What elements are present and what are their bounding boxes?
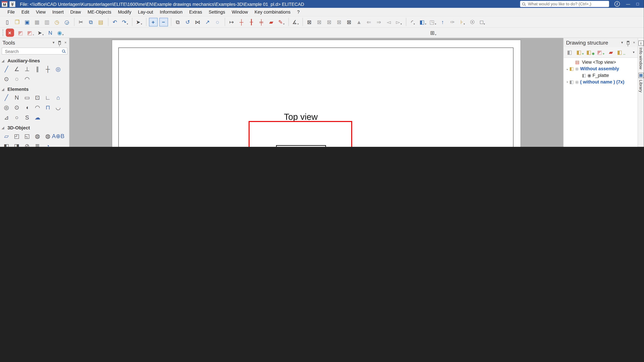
- arc[interactable]: ◠: [32, 103, 42, 112]
- expander-icon[interactable]: ›: [565, 80, 569, 84]
- boolean-op[interactable]: A⊕B: [53, 131, 64, 141]
- aux-angle[interactable]: ∠: [12, 64, 22, 74]
- info-button[interactable]: i: [614, 1, 620, 6]
- panel-menu-icon[interactable]: ▾: [53, 40, 54, 45]
- close-icon[interactable]: ×: [64, 40, 66, 45]
- duplicate[interactable]: ⧉: [173, 17, 183, 26]
- visibility-icon[interactable]: ◉: [575, 66, 579, 71]
- perspective-box[interactable]: ◳▾: [428, 17, 438, 26]
- hatch-gray[interactable]: ⊠: [324, 17, 334, 26]
- minimize-button[interactable]: —: [626, 2, 630, 6]
- print-preview[interactable]: ▥: [42, 17, 52, 26]
- new-file[interactable]: ▯: [2, 17, 12, 26]
- separator[interactable]: [144, 18, 146, 26]
- redline-pen[interactable]: ✎▾: [276, 17, 286, 26]
- tab-library[interactable]: ▤ Library: [638, 73, 644, 92]
- toolbar-grip[interactable]: [2, 29, 4, 36]
- ellipse[interactable]: ○: [12, 112, 22, 122]
- select-region[interactable]: ◌: [213, 17, 222, 26]
- row-f-platte[interactable]: ◧ ◉ F_platte: [564, 72, 638, 78]
- aux-arc-tangent[interactable]: ◠: [22, 74, 32, 84]
- trim-multi[interactable]: ╪: [256, 17, 266, 26]
- bend-3d[interactable]: ◔: [42, 141, 53, 147]
- tab-info-window[interactable]: i Info window: [638, 40, 644, 69]
- pyramid[interactable]: ▲: [354, 17, 364, 26]
- zoom-in[interactable]: +: [149, 17, 158, 26]
- copy[interactable]: ⧉: [86, 17, 96, 26]
- expander-icon[interactable]: ⌄: [565, 66, 569, 71]
- stretch[interactable]: ↗: [203, 17, 213, 26]
- extrude-box-2[interactable]: ◱: [22, 131, 32, 141]
- search-input[interactable]: [527, 1, 607, 6]
- visibility-icon[interactable]: ◉: [575, 79, 579, 84]
- angle-arc[interactable]: ⊿: [1, 112, 12, 122]
- solid-box[interactable]: ◧▾: [418, 17, 428, 26]
- trim-corner[interactable]: ┼: [237, 17, 246, 26]
- pick-marker[interactable]: ◩: [16, 28, 26, 37]
- panel-menu-icon[interactable]: ▾: [621, 40, 623, 45]
- menu-item[interactable]: Settings: [206, 8, 228, 16]
- spline[interactable]: S: [22, 112, 32, 122]
- fillet-arc[interactable]: ◜▾: [408, 17, 418, 26]
- tools-search-input[interactable]: [4, 48, 60, 54]
- aux-line[interactable]: ╱: [1, 64, 12, 74]
- menu-item[interactable]: Insert: [49, 8, 67, 16]
- view-boundary-rect[interactable]: [249, 121, 352, 147]
- circle-tangent[interactable]: ◖: [22, 103, 32, 112]
- aux-circle-line[interactable]: ◌: [12, 74, 22, 84]
- row-without-assembly[interactable]: ⌄ ◧ ◉ Without assembly: [564, 65, 638, 72]
- revolve[interactable]: ◍: [32, 131, 42, 141]
- cut[interactable]: ✂: [76, 17, 86, 26]
- elevation[interactable]: ↑: [438, 17, 448, 26]
- menu-item[interactable]: Key combinations: [251, 8, 294, 16]
- trim-line[interactable]: ╂: [246, 17, 256, 26]
- move-3d[interactable]: ≣: [32, 141, 42, 147]
- menu-item[interactable]: Information: [156, 8, 186, 16]
- rotate-3d[interactable]: ⊘: [22, 141, 32, 147]
- section-header[interactable]: ◢Auxiliary-lines: [0, 57, 69, 64]
- visibility-icon[interactable]: ◉: [587, 72, 591, 78]
- menu-item[interactable]: View: [32, 8, 49, 16]
- menu-item[interactable]: Lay-out: [135, 8, 156, 16]
- zoom-out[interactable]: −: [159, 17, 168, 26]
- circle-double[interactable]: ◎: [1, 103, 12, 112]
- view-next[interactable]: ▻▾: [394, 17, 404, 26]
- menu-item[interactable]: File: [4, 8, 18, 16]
- polyline[interactable]: Ν: [12, 92, 22, 102]
- view-previous[interactable]: ◅: [384, 17, 394, 26]
- erase-partial[interactable]: ▰: [266, 17, 276, 26]
- top-view-drawing[interactable]: Top view: [232, 109, 364, 147]
- hatch-x[interactable]: ⊠: [344, 17, 354, 26]
- material-brush[interactable]: ✑: [448, 17, 458, 26]
- rectangle[interactable]: ▭: [22, 92, 32, 102]
- light[interactable]: ☉: [468, 17, 478, 26]
- section-header[interactable]: ◢3D-Object: [0, 123, 69, 131]
- aux-parallel[interactable]: ∥: [32, 64, 42, 74]
- aux-perpendicular[interactable]: ⊥: [22, 64, 32, 74]
- separator[interactable]: [169, 18, 172, 26]
- snap-mode[interactable]: ◉▾: [56, 28, 66, 37]
- close-icon[interactable]: ×: [633, 40, 635, 45]
- contour[interactable]: ∟: [42, 92, 53, 102]
- camera[interactable]: □▾: [478, 17, 487, 26]
- row-view-top-view[interactable]: ▤ View <Top view>: [564, 59, 638, 65]
- line[interactable]: ╱: [1, 92, 12, 102]
- add-group[interactable]: ◧+: [575, 48, 585, 57]
- rotate[interactable]: ↺: [183, 17, 193, 26]
- aux-circle-double[interactable]: ◎: [53, 64, 64, 74]
- maximize-button[interactable]: □: [636, 2, 639, 6]
- print[interactable]: ▦: [32, 17, 42, 26]
- cursor-mode[interactable]: ➤▾: [36, 28, 46, 37]
- menu-item[interactable]: Extras: [186, 8, 205, 16]
- section-header[interactable]: ◢Elements: [0, 85, 69, 92]
- pin-icon[interactable]: [627, 41, 629, 44]
- polygon[interactable]: ⌂: [53, 92, 64, 102]
- extrude-box[interactable]: ◰: [12, 131, 22, 141]
- menu-item[interactable]: Edit: [18, 8, 32, 16]
- row-without-name[interactable]: › ◧ ◉ ( without name ) (7x): [564, 79, 638, 85]
- move-point[interactable]: ↦: [227, 17, 237, 26]
- add-marker[interactable]: ◩+: [26, 28, 36, 37]
- separator[interactable]: [130, 18, 132, 26]
- tools-search[interactable]: [2, 48, 68, 55]
- paste[interactable]: ▤: [96, 17, 106, 26]
